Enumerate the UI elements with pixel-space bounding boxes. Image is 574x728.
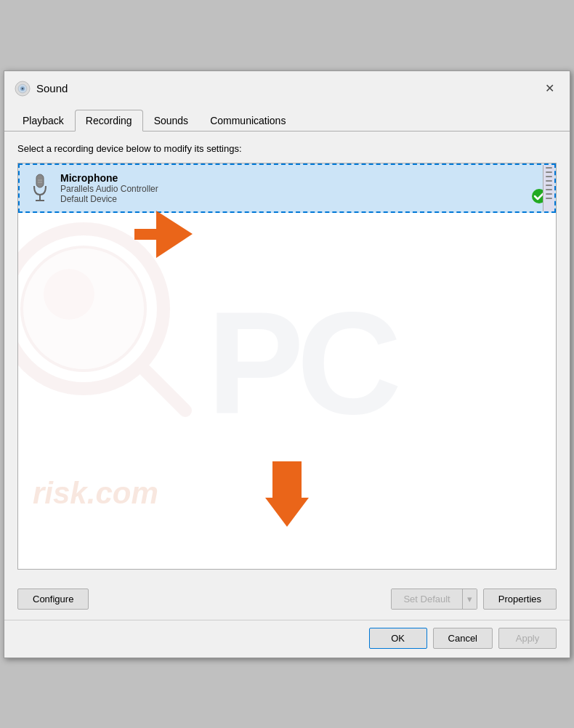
footer-buttons: Configure Set Default ▾ Properties (4, 581, 570, 620)
dialog-footer: OK Cancel Apply (4, 620, 570, 658)
title-bar-left: Sound (15, 81, 68, 97)
arrow-annotation-down (265, 461, 309, 529)
svg-point-10 (17, 229, 163, 389)
sound-dialog: Sound ✕ Playback Recording Sounds Commun… (4, 70, 570, 658)
scrollbar-lines (543, 165, 554, 201)
tab-sounds[interactable]: Sounds (143, 110, 199, 132)
svg-marker-15 (134, 211, 193, 258)
window-title: Sound (36, 82, 68, 94)
set-default-group: Set Default ▾ (391, 589, 477, 610)
svg-point-13 (44, 269, 94, 320)
device-item-microphone[interactable]: Microphone Parallels Audio Controller De… (18, 163, 556, 213)
scrollbar[interactable] (543, 165, 554, 211)
svg-rect-4 (36, 174, 44, 187)
tab-bar: Playback Recording Sounds Communications (4, 103, 570, 132)
svg-point-3 (22, 87, 23, 89)
svg-point-11 (22, 247, 145, 371)
set-default-button[interactable]: Set Default (392, 589, 462, 609)
sound-icon (15, 81, 31, 97)
cancel-button[interactable]: Cancel (433, 628, 493, 649)
title-bar: Sound ✕ (4, 71, 570, 99)
ok-button[interactable]: OK (369, 628, 427, 649)
set-default-dropdown[interactable]: ▾ (463, 589, 477, 609)
device-sub: Parallels Audio Controller (60, 184, 524, 194)
properties-button[interactable]: Properties (483, 589, 557, 610)
tab-playback[interactable]: Playback (12, 110, 75, 132)
svg-marker-16 (265, 461, 309, 527)
microphone-icon (27, 171, 53, 206)
device-info: Microphone Parallels Audio Controller De… (60, 172, 524, 204)
instruction-text: Select a recording device below to modif… (17, 143, 557, 154)
device-name: Microphone (60, 172, 524, 184)
watermark-risk: risk.com (33, 476, 158, 511)
device-list[interactable]: Microphone Parallels Audio Controller De… (17, 163, 557, 570)
watermark-magnifier (17, 222, 200, 427)
configure-button[interactable]: Configure (17, 589, 89, 610)
tab-content: Select a recording device below to modif… (4, 132, 570, 581)
svg-line-12 (145, 371, 185, 410)
watermark-pc: PC (207, 280, 395, 447)
device-status: Default Device (60, 194, 524, 204)
tab-recording[interactable]: Recording (75, 110, 143, 132)
tab-communications[interactable]: Communications (199, 110, 296, 132)
right-buttons: Set Default ▾ Properties (391, 589, 557, 610)
close-button[interactable]: ✕ (539, 78, 559, 99)
apply-button[interactable]: Apply (498, 628, 557, 649)
